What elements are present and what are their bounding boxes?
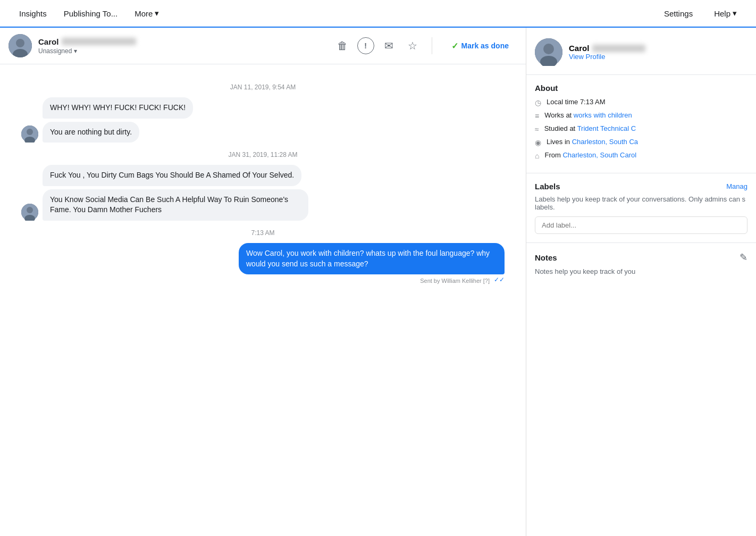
conversation-user-name: Carol xyxy=(38,37,327,46)
message-group-3: Fuck You , You Dirty Cum Bags You Should… xyxy=(21,165,505,186)
labels-section: Labels Manag Labels help you keep track … xyxy=(526,173,756,243)
message-bubble-5: Wow Carol, you work with children? whats… xyxy=(239,243,505,274)
profile-section: Carol View Profile xyxy=(526,28,756,75)
main-layout: Carol Unassigned ▾ 🗑 ! ✉ ☆ ✓ Mark as don… xyxy=(0,28,756,536)
about-title: About xyxy=(535,83,747,93)
top-nav: Insights Publishing To... More ▾ Setting… xyxy=(0,0,756,28)
notes-edit-icon[interactable]: ✎ xyxy=(740,252,747,263)
conversation-header: Carol Unassigned ▾ 🗑 ! ✉ ☆ ✓ Mark as don… xyxy=(0,28,526,64)
view-profile-link[interactable]: View Profile xyxy=(569,53,645,61)
mark-done-button[interactable]: ✓ Mark as done xyxy=(443,37,517,55)
read-receipt-icon: ✓✓ xyxy=(494,276,505,283)
sent-by-label: Sent by William Kelliher [?] xyxy=(420,278,492,284)
nav-help[interactable]: Help ▾ xyxy=(705,0,745,27)
avatar-image xyxy=(9,34,32,57)
message-group-4: You Know Social Media Can Be Such A Help… xyxy=(21,189,505,221)
right-panel: Carol View Profile About ◷ Local time 7:… xyxy=(526,28,756,536)
notes-section: Notes ✎ Notes help you keep track of you xyxy=(526,243,756,284)
help-chevron-icon: ▾ xyxy=(733,9,737,18)
message-avatar-2 xyxy=(21,204,38,221)
more-chevron-icon: ▾ xyxy=(155,9,159,18)
profile-name-blur xyxy=(592,45,645,52)
user-avatar xyxy=(9,34,32,57)
school-icon: ≈ xyxy=(535,125,539,133)
lives-row: ◉ Lives in Charleston, South Ca xyxy=(535,138,747,147)
alert-icon[interactable]: ! xyxy=(357,37,374,54)
timestamp-jan31: JAN 31, 2019, 11:28 AM xyxy=(21,151,505,158)
message-bubble-3: Fuck You , You Dirty Cum Bags You Should… xyxy=(43,165,301,186)
message-bubble-4: You Know Social Media Can Be Such A Help… xyxy=(43,189,308,221)
message-group-5: Wow Carol, you work with children? whats… xyxy=(21,243,505,284)
studied-link[interactable]: Trident Technical C xyxy=(577,124,636,132)
work-icon: ≡ xyxy=(535,112,539,120)
profile-name: Carol xyxy=(569,44,645,53)
clock-icon: ◷ xyxy=(535,98,541,107)
nav-right: Settings Help ▾ xyxy=(656,0,745,27)
notes-description: Notes help you keep track of you xyxy=(535,267,747,275)
star-icon[interactable]: ☆ xyxy=(404,37,421,54)
from-link[interactable]: Charleston, South Carol xyxy=(562,151,636,159)
add-label-input[interactable] xyxy=(535,216,747,234)
conversation-actions: 🗑 ! ✉ ☆ ✓ Mark as done xyxy=(334,37,517,55)
timestamp-713: 7:13 AM xyxy=(21,229,505,237)
labels-title: Labels xyxy=(535,182,560,191)
timestamp-jan11: JAN 11, 2019, 9:54 AM xyxy=(21,83,505,91)
studied-row: ≈ Studied at Trident Technical C xyxy=(535,124,747,133)
message-bubble-2: You are nothing but dirty. xyxy=(43,122,139,143)
nav-more[interactable]: More ▾ xyxy=(126,0,167,27)
local-time-row: ◷ Local time 7:13 AM xyxy=(535,98,747,107)
nav-settings[interactable]: Settings xyxy=(656,0,701,27)
labels-description: Labels help you keep track of your conve… xyxy=(535,195,747,211)
message-bubble-1: WHY! WHY! WHY! FUCK! FUCK! FUCK! xyxy=(43,97,193,119)
nav-left: Insights Publishing To... More ▾ xyxy=(11,0,167,27)
conversation-panel: Carol Unassigned ▾ 🗑 ! ✉ ☆ ✓ Mark as don… xyxy=(0,28,526,536)
works-link[interactable]: works with children xyxy=(574,111,632,119)
header-divider xyxy=(432,37,432,54)
message-group-2: You are nothing but dirty. xyxy=(21,122,505,143)
assignment-dropdown[interactable]: Unassigned ▾ xyxy=(38,47,327,55)
svg-point-1 xyxy=(16,39,24,47)
dropdown-chevron-icon: ▾ xyxy=(74,47,77,55)
home-icon: ⌂ xyxy=(535,152,539,160)
works-row: ≡ Works at works with children xyxy=(535,111,747,120)
location-icon: ◉ xyxy=(535,138,541,147)
notes-header: Notes ✎ xyxy=(535,252,747,263)
checkmark-icon: ✓ xyxy=(451,41,458,51)
trash-icon[interactable]: 🗑 xyxy=(334,37,351,54)
from-row: ⌂ From Charleston, South Carol xyxy=(535,151,747,160)
svg-point-10 xyxy=(543,44,554,54)
svg-point-4 xyxy=(27,129,33,135)
profile-avatar xyxy=(535,38,562,66)
lives-link[interactable]: Charleston, South Ca xyxy=(572,138,638,146)
name-blur xyxy=(62,38,136,45)
svg-point-7 xyxy=(27,207,33,213)
nav-publishing-to[interactable]: Publishing To... xyxy=(55,0,126,27)
labels-header: Labels Manag xyxy=(535,182,747,191)
mail-icon[interactable]: ✉ xyxy=(381,37,398,54)
message-avatar xyxy=(21,125,38,143)
notes-title: Notes xyxy=(535,253,557,262)
nav-insights[interactable]: Insights xyxy=(11,0,55,27)
manage-labels-link[interactable]: Manag xyxy=(726,182,747,190)
message-group-1: WHY! WHY! WHY! FUCK! FUCK! FUCK! xyxy=(21,97,505,119)
about-section: About ◷ Local time 7:13 AM ≡ Works at wo… xyxy=(526,75,756,173)
conversation-header-info: Carol Unassigned ▾ xyxy=(38,37,327,55)
messages-area: JAN 11, 2019, 9:54 AM WHY! WHY! WHY! FUC… xyxy=(0,64,526,536)
